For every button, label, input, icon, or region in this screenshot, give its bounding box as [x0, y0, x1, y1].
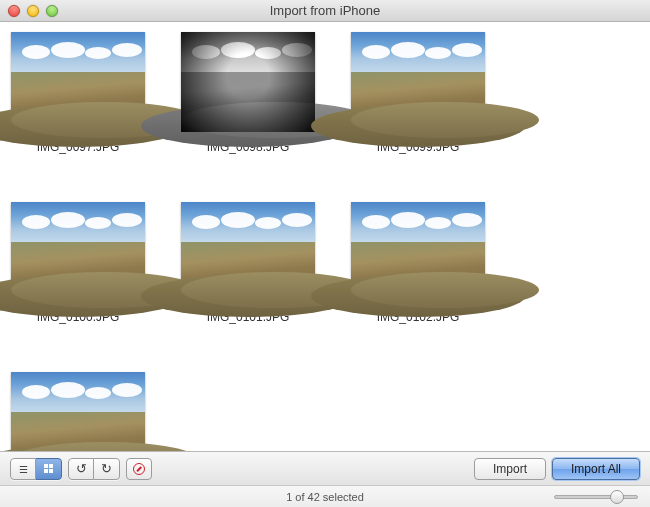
- thumbnail-scroll-area[interactable]: IMG_0097.JPGIMG_0098.JPGIMG_0099.JPGIMG_…: [0, 22, 650, 451]
- grid-view-button[interactable]: [36, 458, 62, 480]
- bottom-toolbar: Import Import All: [0, 451, 650, 485]
- close-window-button[interactable]: [8, 5, 20, 17]
- thumbnail-item[interactable]: IMG_0097.JPG: [8, 32, 148, 154]
- thumbnail-item[interactable]: [8, 372, 148, 451]
- thumbnail-image[interactable]: [181, 202, 315, 302]
- thumbnail-item[interactable]: IMG_0098.JPG: [178, 32, 318, 154]
- slider-track: [554, 495, 638, 499]
- no-entry-icon: [133, 463, 145, 475]
- grid-icon: [44, 464, 53, 473]
- traffic-lights: [0, 5, 58, 17]
- import-button[interactable]: Import: [474, 458, 546, 480]
- thumbnail-size-slider[interactable]: [554, 490, 638, 504]
- list-view-button[interactable]: [10, 458, 36, 480]
- thumbnail-item[interactable]: IMG_0099.JPG: [348, 32, 488, 154]
- zoom-window-button[interactable]: [46, 5, 58, 17]
- thumbnail-image[interactable]: [11, 202, 145, 302]
- thumbnail-image[interactable]: [181, 32, 315, 132]
- thumbnail-item[interactable]: IMG_0100.JPG: [8, 202, 148, 324]
- view-mode-segment: [10, 458, 62, 480]
- selection-status-text: 1 of 42 selected: [0, 491, 650, 503]
- import-all-button[interactable]: Import All: [552, 458, 640, 480]
- rotate-left-icon: [76, 461, 87, 476]
- thumbnail-image[interactable]: [11, 372, 145, 451]
- thumbnail-grid: IMG_0097.JPGIMG_0098.JPGIMG_0099.JPGIMG_…: [0, 22, 650, 451]
- rotate-segment: [68, 458, 120, 480]
- thumbnail-image[interactable]: [11, 32, 145, 132]
- thumbnail-image[interactable]: [351, 202, 485, 302]
- rotate-left-button[interactable]: [68, 458, 94, 480]
- delete-button[interactable]: [126, 458, 152, 480]
- thumbnail-item[interactable]: IMG_0102.JPG: [348, 202, 488, 324]
- rotate-right-button[interactable]: [94, 458, 120, 480]
- list-icon: [19, 463, 28, 475]
- thumbnail-image[interactable]: [351, 32, 485, 132]
- slider-knob[interactable]: [610, 490, 624, 504]
- window-title: Import from iPhone: [0, 3, 650, 18]
- rotate-right-icon: [101, 461, 112, 476]
- titlebar: Import from iPhone: [0, 0, 650, 22]
- status-bar: 1 of 42 selected: [0, 485, 650, 507]
- thumbnail-item[interactable]: IMG_0101.JPG: [178, 202, 318, 324]
- minimize-window-button[interactable]: [27, 5, 39, 17]
